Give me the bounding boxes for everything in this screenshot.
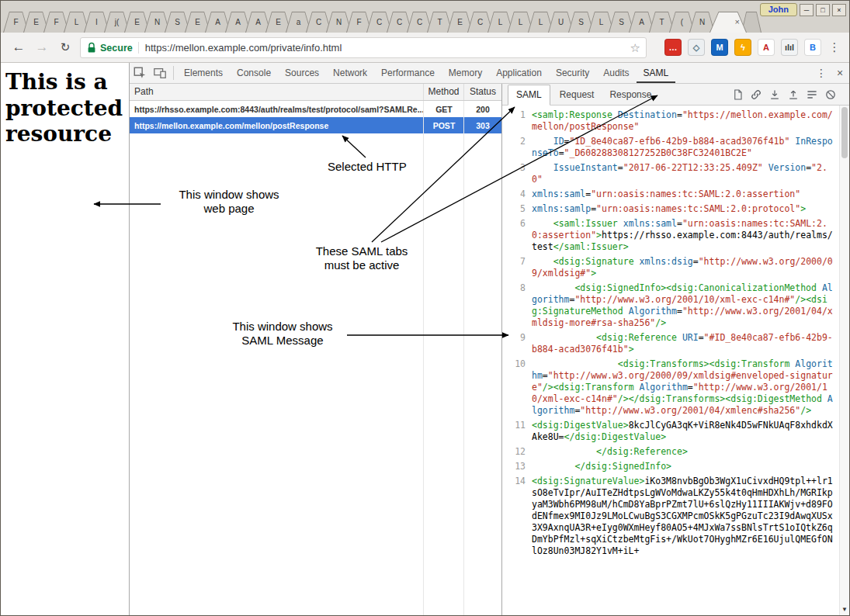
detail-tab-response[interactable]: Response (602, 85, 659, 105)
scrollbar-thumb[interactable] (841, 107, 848, 158)
extension-icon-6[interactable]: ılıl (781, 39, 798, 56)
request-method: GET (424, 105, 464, 114)
xml-line: 10 <dsig:Transforms><dsig:Transform Algo… (502, 358, 839, 417)
inspect-element-icon[interactable] (130, 63, 150, 83)
devtools-tab-list: ElementsConsoleSourcesNetworkPerformance… (177, 63, 675, 83)
forward-button[interactable]: → (32, 37, 52, 57)
url-text: https://mellon.example.com/private/info.… (145, 42, 342, 54)
titlebar-controls: John ─ □ × (760, 3, 846, 16)
xml-line-content: IssueInstant="2017-06-22T12:33:25.409Z" … (532, 162, 839, 185)
annotation-saml-tabs: These SAML tabs must be active (297, 244, 427, 272)
xml-line: 4xmlns:saml="urn:oasis:names:tc:SAML:2.0… (502, 189, 839, 200)
devtools-overflow-icon[interactable]: ⋮ (812, 63, 831, 83)
devtools-tab-console[interactable]: Console (230, 63, 278, 83)
devtools-close-icon[interactable]: × (831, 63, 849, 83)
wrap-lines-icon[interactable] (806, 88, 818, 101)
tab-strip: FEFLIj(ENSEAAAEaCNFCCCTECLLLUSLSAT(N× Jo… (1, 1, 849, 33)
tab-close-icon[interactable]: × (735, 16, 740, 27)
window-close-button[interactable]: × (832, 4, 846, 16)
column-divider (463, 101, 464, 615)
detail-tab-list: SAMLRequestResponse (502, 85, 659, 105)
devtools-tab-sources[interactable]: Sources (278, 63, 326, 83)
column-header-path[interactable]: Path (130, 84, 424, 100)
bookmark-star-icon[interactable]: ☆ (630, 41, 640, 55)
xml-line-number: 13 (502, 461, 532, 472)
devtools-tab-memory[interactable]: Memory (442, 63, 489, 83)
devtools-tab-audits[interactable]: Audits (596, 63, 636, 83)
xml-line-content: xmlns:samlp="urn:oasis:names:tc:SAML:2.0… (532, 203, 839, 215)
reload-button[interactable]: ↻ (55, 37, 75, 57)
block-icon[interactable] (824, 88, 837, 101)
browser-window: FEFLIj(ENSEAAAEaCNFCCCTECLLLUSLSAT(N× Jo… (0, 0, 850, 616)
device-toolbar-icon[interactable] (150, 63, 170, 83)
xml-line-content: <dsig:Transforms><dsig:Transform Algorit… (532, 358, 839, 417)
webpage-content: This is a protected resource (1, 63, 129, 615)
devtools-tab-application[interactable]: Application (489, 63, 549, 83)
devtools-tab-network[interactable]: Network (326, 63, 374, 83)
scroll-down-icon[interactable]: ▼ (840, 606, 849, 613)
request-status: 303 (464, 121, 501, 130)
extension-icon-7[interactable]: B (804, 39, 821, 56)
devtools-toolbar-right: ⋮ × (812, 63, 849, 83)
extension-icon-1[interactable]: … (664, 39, 682, 56)
detail-tab-saml[interactable]: SAML (508, 85, 550, 106)
xml-line-number: 7 (502, 256, 532, 279)
back-button[interactable]: ← (9, 37, 29, 57)
lock-icon (87, 42, 96, 54)
xml-line: 6 <saml:Issuer xmlns:saml="urn:oasis:nam… (502, 218, 839, 253)
xml-line-number: 8 (502, 282, 532, 329)
address-bar[interactable]: Secure https://mellon.example.com/privat… (80, 37, 647, 58)
toolbar-divider (173, 66, 174, 80)
xml-line-number: 5 (502, 203, 532, 215)
extension-icon-2[interactable]: ◇ (688, 39, 705, 56)
browser-menu-icon[interactable]: ⋮ (826, 39, 843, 56)
extension-icon-4[interactable]: ϟ (734, 39, 751, 56)
xml-line-number: 3 (502, 162, 532, 185)
devtools-toolbar: ElementsConsoleSourcesNetworkPerformance… (130, 63, 849, 84)
vertical-scrollbar[interactable]: ▼ (839, 106, 849, 615)
network-table-header: Path Method Status (130, 84, 501, 101)
devtools-tab-saml[interactable]: SAML (637, 63, 676, 83)
xml-line: 14<dsig:SignatureValue>iKo3M8nvbBgOb3WgX… (502, 476, 839, 557)
upload-icon[interactable] (787, 88, 800, 101)
saml-xml-viewer: 1<samlp:Response Destination="https://me… (502, 106, 839, 615)
xml-line-number: 12 (502, 446, 532, 458)
extension-icon-3[interactable]: M (711, 39, 728, 56)
xml-line-content: <dsig:SignatureValue>iKo3M8nvbBgOb3WgX1u… (532, 476, 839, 557)
network-request-row[interactable]: https://mellon.example.com/mellon/postRe… (130, 117, 501, 133)
devtools-tab-performance[interactable]: Performance (374, 63, 442, 83)
extension-icons: …◇MϟAılılB (664, 39, 821, 56)
column-header-status[interactable]: Status (464, 84, 501, 100)
annotation-saml-message: This window shows SAML Message (219, 320, 346, 348)
detail-toolbar-icons (732, 88, 837, 101)
xml-line-number: 10 (502, 358, 532, 417)
minimize-button[interactable]: ─ (800, 4, 814, 16)
profile-button[interactable]: John (760, 3, 797, 16)
xml-line-number: 14 (502, 476, 532, 557)
saml-detail-pane: SAMLRequestResponse 1<samlp:Response Des… (502, 84, 849, 615)
link-icon[interactable] (750, 88, 762, 101)
xml-line-content: ID="ID_8e40ca87-efb6-42b9-b884-acad3076f… (532, 136, 839, 159)
network-rows: https://rhsso.example.com:8443/auth/real… (130, 101, 501, 133)
page-heading: This is a protected resource (5, 69, 124, 147)
maximize-button[interactable]: □ (816, 4, 830, 16)
annotation-web-page: This window shows web page (158, 188, 300, 216)
xml-line-number: 11 (502, 420, 532, 443)
network-request-row[interactable]: https://rhsso.example.com:8443/auth/real… (130, 101, 501, 117)
download-icon[interactable] (768, 88, 781, 101)
xml-line: 2 ID="ID_8e40ca87-efb6-42b9-b884-acad307… (502, 136, 839, 159)
devtools-tab-security[interactable]: Security (549, 63, 596, 83)
xml-line-number: 1 (502, 109, 532, 133)
extension-icon-5[interactable]: A (758, 39, 775, 56)
xml-line: 5xmlns:samlp="urn:oasis:names:tc:SAML:2.… (502, 203, 839, 215)
chip-separator (138, 42, 139, 54)
xml-line-content: xmlns:saml="urn:oasis:names:tc:SAML:2.0:… (532, 189, 839, 200)
detail-tab-request[interactable]: Request (552, 85, 602, 105)
active-browser-tab[interactable]: × (709, 12, 747, 33)
devtools-tab-elements[interactable]: Elements (177, 63, 230, 83)
xml-line-content: <dsig:Signature xmlns:dsig="http://www.w… (532, 256, 839, 279)
xml-line: 13 </dsig:SignedInfo> (502, 461, 839, 472)
xml-line: 9 <dsig:Reference URI="#ID_8e40ca87-efb6… (502, 332, 839, 355)
document-icon[interactable] (732, 88, 744, 101)
column-header-method[interactable]: Method (424, 84, 464, 100)
